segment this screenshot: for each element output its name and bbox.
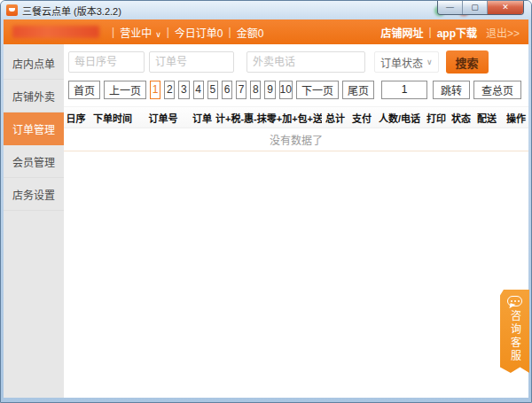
col-order: 订单 — [189, 111, 215, 125]
chat-bubble-icon — [507, 296, 522, 306]
col-status: 状态 — [449, 111, 473, 125]
daily-number-input[interactable] — [68, 51, 145, 73]
title-bar: 三餐云点单 (版本3.2.2) — ▢ ✕ — [1, 1, 531, 19]
main-area: 店内点单 店铺外卖 订单管理 会员管理 店务设置 订单状态∨ 搜索 首页 上一页 — [4, 44, 528, 398]
col-order-number: 订单号 — [137, 111, 189, 125]
window-controls: — ▢ ✕ — [437, 1, 524, 15]
col-daily-seq: 日序 — [64, 111, 88, 125]
chevron-down-icon: ∨ — [426, 58, 433, 66]
page-button-8[interactable]: 8 — [250, 81, 261, 99]
search-button[interactable]: 搜索 — [446, 50, 489, 74]
app-icon — [6, 4, 18, 16]
today-orders-count: 今日订单0 — [175, 25, 223, 40]
col-order-time: 下单时间 — [88, 111, 137, 125]
sidebar-item-order-management[interactable]: 订单管理 — [4, 112, 64, 145]
page-button-2[interactable]: 2 — [164, 81, 175, 99]
today-amount: 金额0 — [237, 25, 264, 40]
app-window: 三餐云点单 (版本3.2.2) — ▢ ✕ | 营业中∨ | 今日订单0 | 金… — [0, 0, 532, 403]
col-people-phone: 人数/电话 — [375, 111, 424, 125]
store-header-bar: | 营业中∨ | 今日订单0 | 金额0 店铺网址 | app下载 退出>> — [4, 19, 528, 44]
sidebar: 店内点单 店铺外卖 订单管理 会员管理 店务设置 — [4, 44, 64, 398]
customer-service-label: 咨询客服 — [510, 310, 520, 363]
empty-data-message: 没有数据了 — [64, 128, 528, 151]
header-divider: | — [112, 26, 114, 38]
orders-table-header: 日序 下单时间 订单号 订单 计+税-惠-抹零+加+包+送-抵 总计 支付 人数… — [64, 106, 528, 128]
sidebar-item-takeout[interactable]: 店铺外卖 — [4, 80, 64, 112]
order-number-input[interactable] — [149, 51, 234, 73]
chevron-down-icon: ∨ — [155, 30, 161, 39]
order-status-dropdown[interactable]: 订单状态∨ — [374, 51, 439, 73]
col-delivery: 配送 — [473, 111, 500, 125]
jump-page-input[interactable] — [381, 81, 427, 99]
page-button-6[interactable]: 6 — [222, 81, 232, 99]
last-page-button[interactable]: 尾页 — [342, 81, 374, 99]
col-actions: 操作 — [500, 111, 528, 125]
app-download-link[interactable]: app下载 — [437, 25, 477, 40]
header-divider: | — [167, 26, 169, 38]
col-total: 总计 — [322, 111, 348, 125]
page-button-4[interactable]: 4 — [193, 81, 204, 99]
header-divider: | — [429, 26, 432, 38]
sidebar-item-member-management[interactable]: 会员管理 — [4, 145, 64, 178]
next-page-button[interactable]: 下一页 — [296, 81, 339, 99]
order-management-panel: 订单状态∨ 搜索 首页 上一页 1 2 3 4 5 6 7 8 9 10 下一页… — [64, 44, 528, 398]
page-button-10[interactable]: 10 — [279, 81, 293, 99]
col-payment: 支付 — [348, 111, 375, 125]
logout-link[interactable]: 退出>> — [486, 25, 520, 40]
order-status-label: 订单状态 — [380, 55, 423, 70]
sidebar-item-dine-in[interactable]: 店内点单 — [4, 47, 64, 80]
takeout-phone-input[interactable] — [246, 51, 365, 73]
prev-page-button[interactable]: 上一页 — [104, 81, 146, 99]
store-status-label: 营业中 — [120, 27, 152, 40]
sidebar-item-store-settings[interactable]: 店务设置 — [4, 178, 64, 211]
close-button[interactable]: ✕ — [488, 1, 523, 14]
pagination-bar: 首页 上一页 1 2 3 4 5 6 7 8 9 10 下一页 尾页 跳转 查总… — [68, 79, 525, 100]
header-divider: | — [229, 26, 231, 38]
store-status-dropdown[interactable]: 营业中∨ — [120, 25, 161, 40]
col-price-breakdown: 计+税-惠-抹零+加+包+送-抵 — [215, 111, 322, 125]
page-button-3[interactable]: 3 — [178, 81, 189, 99]
header-links: 店铺网址 | app下载 退出>> — [380, 25, 520, 40]
page-button-7[interactable]: 7 — [236, 81, 246, 99]
store-phone-redacted — [12, 26, 99, 38]
page-button-5[interactable]: 5 — [207, 81, 218, 99]
jump-button[interactable]: 跳转 — [433, 81, 470, 99]
minimize-button[interactable]: — — [438, 1, 463, 14]
first-page-button[interactable]: 首页 — [68, 81, 100, 99]
search-toolbar: 订单状态∨ 搜索 — [68, 50, 525, 74]
maximize-button[interactable]: ▢ — [463, 1, 488, 14]
col-print: 打印 — [424, 111, 449, 125]
store-site-link[interactable]: 店铺网址 — [380, 25, 423, 40]
total-pages-button[interactable]: 查总页 — [473, 81, 521, 99]
customer-service-ribbon[interactable]: 咨询客服 — [500, 290, 529, 373]
page-button-1[interactable]: 1 — [150, 81, 160, 99]
window-title: 三餐云点单 (版本3.2.2) — [22, 4, 121, 18]
page-button-9[interactable]: 9 — [264, 81, 275, 99]
